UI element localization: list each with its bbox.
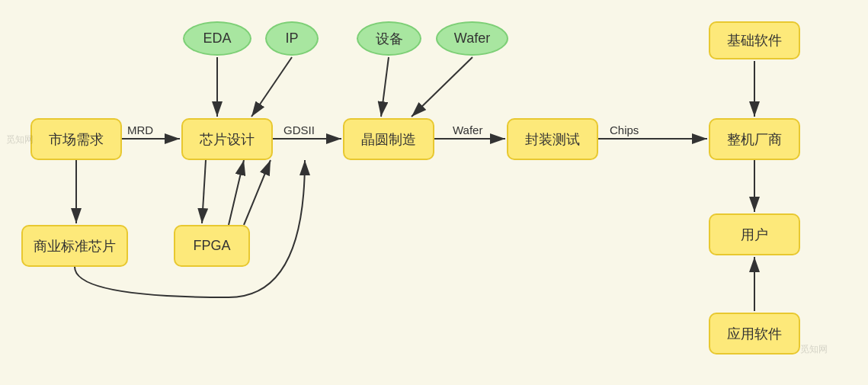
node-package-test: 封装测试 [507, 118, 598, 160]
svg-line-9 [202, 160, 206, 223]
node-eda: EDA [183, 21, 251, 56]
node-fpga: FPGA [174, 225, 250, 267]
node-base-software: 基础软件 [709, 21, 800, 59]
node-market: 市场需求 [30, 118, 122, 160]
node-ip: IP [265, 21, 319, 56]
svg-line-7 [412, 57, 472, 117]
node-app-software: 应用软件 [709, 313, 800, 355]
node-wafer-fab: 晶圆制造 [343, 118, 434, 160]
node-chip-design: 芯片设计 [181, 118, 273, 160]
node-equipment: 设备 [357, 21, 421, 56]
label-chips: Chips [610, 124, 639, 136]
svg-line-11 [244, 160, 271, 225]
label-gdsii: GDSII [283, 124, 315, 136]
label-wafer: Wafer [453, 124, 482, 136]
diagram: 市场需求 芯片设计 晶圆制造 封装测试 整机厂商 商业标准芯片 FPGA EDA… [0, 0, 868, 385]
svg-line-5 [251, 57, 292, 117]
svg-line-6 [381, 57, 389, 117]
label-mrd: MRD [127, 124, 153, 136]
watermark-left: 觅知网 [6, 133, 34, 146]
node-user: 用户 [709, 213, 800, 255]
watermark-right: 觅知网 [800, 343, 828, 356]
node-wafer-supply: Wafer [436, 21, 508, 56]
svg-line-10 [229, 160, 244, 225]
node-oem: 整机厂商 [709, 118, 800, 160]
node-commercial-chip: 商业标准芯片 [21, 225, 128, 267]
